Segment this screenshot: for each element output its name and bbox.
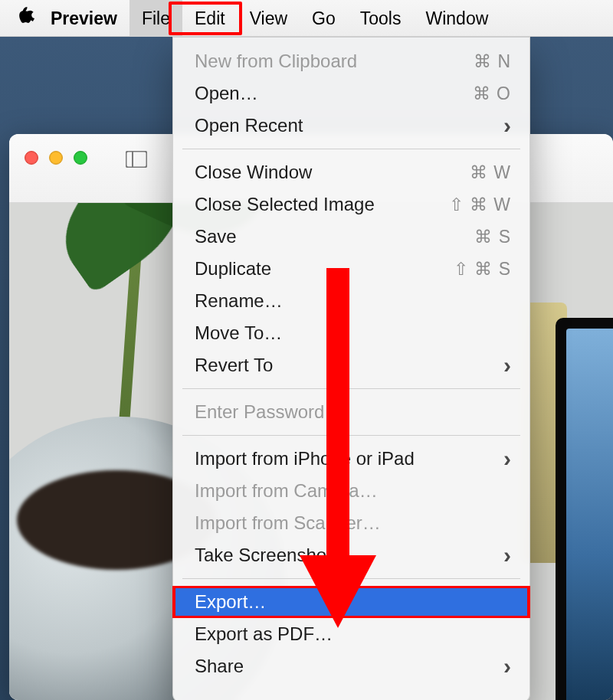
menu-item-label: Move To… — [195, 322, 282, 344]
menu-item-label: Import from Scanner… — [195, 512, 381, 534]
menubar-item-window[interactable]: Window — [413, 0, 500, 37]
menu-item-save[interactable]: Save ⌘ S — [173, 221, 529, 253]
menu-item-shortcut: ⇧ ⌘ W — [449, 195, 512, 215]
menu-item-open[interactable]: Open… ⌘ O — [173, 77, 529, 110]
menu-item-shortcut: ⌘ O — [473, 83, 511, 104]
menubar-item-tools[interactable]: Tools — [348, 0, 414, 37]
menu-item-revert-to[interactable]: Revert To › — [173, 349, 529, 381]
window-close-button[interactable] — [25, 151, 38, 165]
menu-item-import-scanner: Import from Scanner… — [173, 507, 529, 539]
menu-separator — [182, 578, 520, 579]
menu-item-move-to[interactable]: Move To… — [173, 317, 529, 349]
menu-item-shortcut: ⌘ N — [474, 51, 511, 72]
menubar-item-file[interactable]: File — [129, 0, 182, 37]
menu-item-shortcut: ⌘ S — [474, 227, 511, 247]
menu-separator — [182, 435, 520, 436]
menu-item-new-from-clipboard: New from Clipboard ⌘ N — [173, 45, 529, 77]
apple-menu-icon[interactable] — [17, 7, 51, 30]
menu-item-import-iphone-ipad[interactable]: Import from iPhone or iPad › — [173, 443, 529, 475]
menu-item-label: New from Clipboard — [195, 51, 357, 72]
menu-item-duplicate[interactable]: Duplicate ⇧ ⌘ S — [173, 253, 529, 285]
menubar-item-edit[interactable]: Edit — [182, 0, 238, 37]
menubar-item-view[interactable]: View — [238, 0, 300, 37]
menu-item-shortcut: ⌘ W — [470, 162, 511, 183]
menu-item-close-selected-image[interactable]: Close Selected Image ⇧ ⌘ W — [173, 188, 529, 221]
menu-item-label: Open Recent — [195, 115, 303, 136]
window-zoom-button[interactable] — [74, 151, 87, 165]
menubar-app-name[interactable]: Preview — [51, 0, 129, 37]
menubar-item-go[interactable]: Go — [300, 0, 348, 37]
menu-separator — [182, 388, 520, 389]
menu-item-close-window[interactable]: Close Window ⌘ W — [173, 156, 529, 188]
menu-item-enter-password: Enter Password… — [173, 396, 529, 428]
menu-item-label: Export… — [195, 591, 266, 613]
menu-item-share[interactable]: Share › — [173, 650, 529, 682]
svg-rect-0 — [126, 152, 147, 168]
menu-item-export-as-pdf[interactable]: Export as PDF… — [173, 618, 529, 650]
menu-separator — [182, 149, 520, 149]
window-minimize-button[interactable] — [49, 151, 63, 165]
menu-item-export[interactable]: Export… — [173, 586, 529, 618]
menu-item-label: Import from iPhone or iPad — [195, 448, 415, 469]
menu-item-import-camera: Import from Camera… — [173, 475, 529, 507]
menu-item-label: Save — [195, 226, 237, 247]
menu-item-label: Share — [195, 656, 244, 677]
menu-item-rename[interactable]: Rename… — [173, 285, 529, 317]
menu-item-label: Take Screenshot — [195, 545, 332, 566]
file-menu-dropdown: New from Clipboard ⌘ N Open… ⌘ O Open Re… — [172, 37, 530, 700]
menu-item-open-recent[interactable]: Open Recent › — [173, 110, 529, 142]
menu-item-label: Export as PDF… — [195, 623, 333, 645]
menu-item-label: Duplicate — [195, 258, 271, 280]
menu-item-shortcut: ⇧ ⌘ S — [454, 259, 511, 280]
menu-item-label: Import from Camera… — [195, 480, 378, 502]
menu-item-label: Enter Password… — [195, 401, 343, 423]
menu-item-label: Close Selected Image — [195, 194, 375, 215]
sidebar-toggle-icon[interactable] — [126, 151, 147, 171]
menu-item-label: Rename… — [195, 290, 283, 312]
menu-item-take-screenshot[interactable]: Take Screenshot › — [173, 539, 529, 571]
menubar: Preview File Edit View Go Tools Window — [0, 0, 613, 37]
menu-item-label: Close Window — [195, 162, 312, 183]
menu-item-label: Open… — [195, 83, 258, 104]
menu-item-label: Revert To — [195, 355, 273, 376]
